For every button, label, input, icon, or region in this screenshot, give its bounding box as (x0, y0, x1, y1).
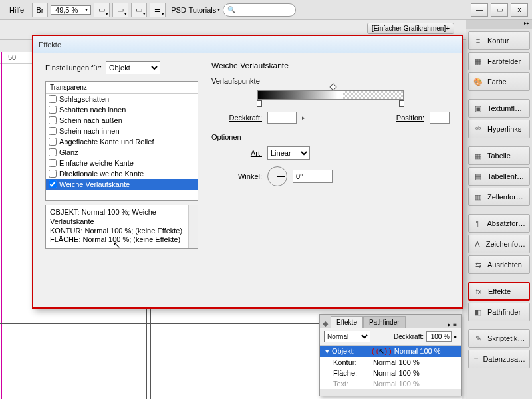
table-icon: ▦ (473, 151, 483, 160)
panel-zeichenformat[interactable]: AZeichenfo… (468, 235, 530, 253)
target-kontur[interactable]: Kontur:Normal 100 % (320, 357, 461, 368)
tab-effekte[interactable]: Effekte (331, 316, 363, 328)
panel-skriptetiketten[interactable]: ✎Skriptetik… (468, 329, 530, 348)
hyperlinks-icon: ᵃᵇ (473, 124, 483, 134)
screen-mode[interactable]: ▭▾ (131, 3, 147, 17)
position-label: Position: (396, 114, 424, 122)
panel-tabelle[interactable]: ▦Tabelle (468, 146, 530, 165)
menubar: Hilfe Br 49,5 % ▾ ▭▾ ▭▾ ▭▾ ☰▾ PSD-Tutori… (0, 0, 532, 20)
panel-farbfelder[interactable]: ▦Farbfelder (468, 52, 530, 70)
panel-dock: ▸▸ ≡Kontur ▦Farbfelder 🎨Farbe ▣Textumfl…… (466, 20, 532, 399)
checkbox[interactable] (49, 180, 57, 188)
textwrap-icon: ▣ (473, 104, 483, 113)
view-options-1[interactable]: ▭▾ (94, 3, 110, 17)
panel-menu-icon[interactable]: ▸ ≡ (444, 321, 461, 328)
workspace-switcher[interactable]: PSD-Tutorials ▾ (171, 6, 220, 14)
panel-datenzusammen[interactable]: ⌗Datenzusa… (468, 350, 530, 368)
effect-direktionale-weiche-kante[interactable]: Direktionale weiche Kante (46, 168, 198, 179)
color-icon: 🎨 (473, 77, 483, 86)
checkbox[interactable] (49, 170, 57, 178)
settings-for-select[interactable]: Objekt (106, 61, 160, 74)
panel-textumfluss[interactable]: ▣Textumfl… (468, 99, 530, 118)
effect-abgeflachte-kante[interactable]: Abgeflachte Kante und Relief (46, 136, 198, 147)
zoom-level[interactable]: 49,5 % ▾ (51, 5, 91, 15)
panel-tabellenformat[interactable]: ▤Tabellenf… (468, 167, 530, 186)
chevron-down-icon: ▾ (217, 7, 220, 13)
scrollbar[interactable] (188, 205, 198, 248)
checkbox[interactable] (49, 127, 57, 135)
pathfinder-icon: ◧ (473, 307, 483, 317)
panel-ausrichten[interactable]: ⇆Ausrichten (468, 255, 530, 274)
target-flaeche[interactable]: Fläche:Normal 100 % (320, 368, 461, 378)
opacity-label: Deckkraft: (211, 114, 262, 122)
close-button[interactable]: x (511, 3, 528, 17)
position-input[interactable] (430, 112, 450, 124)
effect-schein-innen[interactable]: Schein nach innen (46, 126, 198, 136)
panel-absatzformat[interactable]: ¶Absatzfor… (468, 214, 530, 233)
checkbox[interactable] (49, 159, 57, 167)
cellstyle-icon: ▥ (473, 192, 483, 201)
group-verlaufspunkte: Verlaufspunkte (211, 77, 450, 85)
group-optionen: Optionen (211, 133, 450, 141)
checkbox[interactable] (49, 138, 57, 146)
effect-schatten-innen[interactable]: Schatten nach innen (46, 104, 198, 115)
art-label: Art: (211, 149, 262, 157)
blend-mode-select[interactable]: Normal (324, 331, 370, 342)
view-options-2[interactable]: ▭▾ (112, 3, 128, 17)
bridge-button[interactable]: Br (32, 3, 48, 17)
collapse-dock[interactable]: ▸▸ (466, 20, 532, 29)
panel-pathfinder[interactable]: ◧Pathfinder (468, 303, 530, 321)
dialog-titlebar[interactable]: Effekte (33, 36, 462, 53)
list-header[interactable]: Transparenz (46, 82, 198, 94)
effect-glanz[interactable]: Glanz (46, 147, 198, 158)
slider-icon[interactable]: ▸ (302, 114, 307, 121)
effect-einfache-weiche-kante[interactable]: Einfache weiche Kante (46, 158, 198, 168)
tab-pathfinder[interactable]: Pathfinder (363, 316, 406, 328)
fx-icon: fx (473, 287, 484, 296)
gradient-stop-left[interactable] (257, 100, 262, 107)
chevron-down-icon: ▾ (82, 7, 90, 13)
window-controls: — ▭ x (468, 3, 528, 17)
parastyle-icon: ¶ (473, 219, 483, 228)
effect-weiche-verlaufskante[interactable]: Weiche Verlaufskante (46, 179, 198, 190)
arrange-docs[interactable]: ☰▾ (150, 3, 166, 17)
target-list: ▾Objekt:( (↖) )Normal 100 % Kontur:Norma… (320, 346, 461, 389)
effect-schein-aussen[interactable]: Schein nach außen (46, 115, 198, 126)
dialog-title: Effekte (39, 41, 61, 49)
settings-for-label: Einstellungen für: (45, 64, 102, 72)
slider-icon[interactable]: ▸ (454, 334, 457, 340)
maximize-button[interactable]: ▭ (491, 3, 508, 17)
checkbox[interactable] (49, 106, 57, 114)
effects-list: Transparenz Schlagschatten Schatten nach… (45, 81, 198, 201)
angle-label: Winkel: (211, 172, 262, 180)
panel-effekte[interactable]: fxEffekte (468, 282, 530, 301)
art-select[interactable]: Linear (267, 146, 310, 160)
help-menu[interactable]: Hilfe (4, 4, 29, 16)
cursor-icon: ↖ (378, 347, 384, 356)
effect-schlagschatten[interactable]: Schlagschatten (46, 94, 198, 104)
opacity-value[interactable] (426, 331, 452, 342)
gradient-strip[interactable] (257, 90, 404, 100)
search-input[interactable]: 🔍 (223, 3, 296, 17)
target-objekt[interactable]: ▾Objekt:( (↖) )Normal 100 % (320, 346, 461, 357)
checkbox[interactable] (49, 95, 57, 103)
panel-kontur[interactable]: ≡Kontur (468, 31, 530, 50)
gradient-stop-right[interactable] (399, 100, 404, 107)
align-icon: ⇆ (473, 260, 483, 269)
opacity-label: Deckkraft: (394, 333, 424, 340)
opacity-input[interactable] (267, 112, 297, 124)
search-icon: 🔍 (227, 6, 235, 13)
panel-farbe[interactable]: 🎨Farbe (468, 72, 530, 91)
tablestyle-icon: ▤ (473, 172, 483, 181)
datamerge-icon: ⌗ (473, 354, 479, 364)
panel-zellenformat[interactable]: ▥Zellenfor… (468, 188, 530, 206)
checkbox[interactable] (49, 148, 57, 156)
effects-panel: ◆ Effekte Pathfinder ▸ ≡ Normal Deckkraf… (319, 314, 462, 396)
target-text[interactable]: Text:Normal 100 % (320, 378, 461, 389)
angle-dial[interactable] (267, 166, 287, 186)
panel-hyperlinks[interactable]: ᵃᵇHyperlinks (468, 120, 530, 138)
document-tab[interactable]: [Einfacher Grafikrahmen]+ (367, 23, 454, 34)
checkbox[interactable] (49, 116, 57, 124)
angle-input[interactable] (293, 170, 332, 183)
minimize-button[interactable]: — (471, 3, 488, 17)
